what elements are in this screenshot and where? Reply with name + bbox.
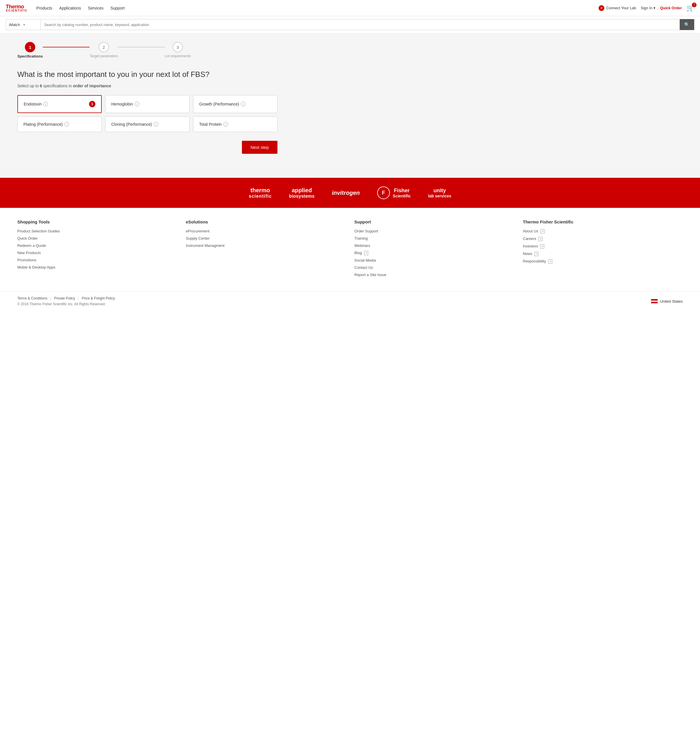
- main-content: 1 Specifications 2 Target parameters 3 L…: [0, 33, 700, 178]
- freight-policy-link[interactable]: Price & Freight Policy: [82, 296, 115, 300]
- external-link-icon: ↗: [364, 251, 368, 255]
- logo-thermo: Thermo: [6, 4, 28, 9]
- footer-link[interactable]: Social Media: [354, 258, 514, 262]
- nav-applications[interactable]: Applications: [59, 6, 81, 10]
- step-1: 1 Specifications: [17, 42, 43, 58]
- external-link-icon: ↗: [534, 252, 538, 256]
- brand-invitrogen[interactable]: invitrogen: [332, 190, 360, 196]
- connect-lab-icon: ⚡: [599, 5, 604, 11]
- step-3-label: Lot requirements: [165, 54, 191, 58]
- brand-fisher-scientific[interactable]: F Fisher Scientific: [377, 187, 411, 199]
- footer-link[interactable]: Quick Order: [17, 236, 177, 240]
- footer-link[interactable]: Training: [354, 236, 514, 240]
- step-3: 3 Lot requirements: [165, 42, 191, 58]
- step-1-circle: 1: [25, 42, 35, 52]
- connect-lab-button[interactable]: ⚡ Connect Your Lab: [599, 5, 636, 11]
- footer-link[interactable]: Contact Us: [354, 265, 514, 270]
- step-2-label: Target parameters: [90, 54, 118, 58]
- step-1-label: Specifications: [17, 54, 43, 58]
- footer-copyright: © 2016 Thermo Fisher Scientific Inc. All…: [17, 302, 115, 306]
- spec-card-total-protein[interactable]: Total Protein i: [193, 116, 278, 132]
- footer-link[interactable]: Order Support: [354, 229, 514, 233]
- spec-card-label: Total Protein i: [199, 122, 228, 127]
- privacy-policy-link[interactable]: Private Policy: [54, 296, 75, 300]
- brand-unity-lab-services[interactable]: unity lab services: [428, 188, 451, 198]
- external-link-icon: ↗: [540, 244, 544, 249]
- footer-legal-links: Terms & Conditions | Private Policy | Pr…: [17, 296, 115, 300]
- info-icon[interactable]: i: [43, 102, 48, 106]
- quick-order-button[interactable]: Quick Order: [660, 6, 682, 10]
- footer-col-esolutions: eSolutions eProcurement Supply Center In…: [186, 219, 346, 280]
- spec-card-hemoglobin[interactable]: Hemoglobin i: [105, 95, 190, 113]
- spec-card-growth[interactable]: Growth (Performance) i: [193, 95, 278, 113]
- footer-col-heading: Thermo Fisher Scientific: [523, 219, 683, 224]
- search-category-select[interactable]: iMatch ▾: [6, 19, 40, 30]
- search-button[interactable]: 🔍: [680, 19, 694, 30]
- footer-link-responsibility[interactable]: Responsibility ↗: [523, 259, 683, 263]
- brand-applied-biosystems[interactable]: applied biosystems: [289, 187, 315, 199]
- info-icon[interactable]: i: [154, 122, 158, 127]
- logo[interactable]: Thermo SCIENTIFIC: [6, 4, 28, 12]
- chevron-down-icon: ▾: [24, 23, 38, 26]
- footer-link[interactable]: Product Selection Guides: [17, 229, 177, 233]
- footer-link-blog[interactable]: Blog ↗: [354, 251, 514, 255]
- step-line-2: [118, 47, 165, 47]
- connect-lab-label: Connect Your Lab: [606, 6, 636, 10]
- footer-brands: thermo scientific applied biosystems inv…: [0, 178, 700, 208]
- spec-card-endotoxin[interactable]: Endotoxin i 1: [17, 95, 102, 113]
- footer-col-thermo-fisher: Thermo Fisher Scientific About Us ↗ Care…: [523, 219, 683, 280]
- footer-link[interactable]: Supply Center: [186, 236, 346, 240]
- terms-conditions-link[interactable]: Terms & Conditions: [17, 296, 47, 300]
- footer-link-careers[interactable]: Careers ↗: [523, 237, 683, 241]
- footer-col-heading: eSolutions: [186, 219, 346, 224]
- step-2: 2 Target parameters: [90, 42, 118, 58]
- question-title: What is the most important to you in you…: [17, 70, 683, 79]
- nav-products[interactable]: Products: [37, 6, 52, 10]
- external-link-icon: ↗: [540, 229, 544, 234]
- separator: |: [78, 296, 79, 300]
- step-indicator: 1 Specifications 2 Target parameters 3 L…: [17, 42, 191, 58]
- next-step-area: Next step: [17, 141, 278, 154]
- step-line-1: [43, 47, 90, 47]
- header-right: ⚡ Connect Your Lab Sign In ▾ Quick Order…: [599, 4, 694, 12]
- footer-link[interactable]: Moble & Desktop Apps: [17, 265, 177, 269]
- search-bar: iMatch ▾ 🔍: [0, 16, 700, 33]
- cart-button[interactable]: 🛒 7: [687, 4, 694, 12]
- sign-in-button[interactable]: Sign In ▾: [641, 6, 656, 10]
- country-label: United States: [660, 299, 683, 303]
- footer-col-support: Support Order Support Training Webinars …: [354, 219, 514, 280]
- brand-thermo-scientific[interactable]: thermo scientific: [249, 187, 272, 199]
- footer-link-report-site-issue[interactable]: Report a Site Issue: [354, 272, 514, 277]
- footer-link-investors[interactable]: Investors ↗: [523, 244, 683, 249]
- info-icon[interactable]: i: [65, 122, 69, 127]
- footer-country[interactable]: United States: [651, 299, 683, 303]
- nav-support[interactable]: Support: [110, 6, 125, 10]
- info-icon[interactable]: i: [241, 102, 246, 106]
- separator: |: [50, 296, 51, 300]
- step-3-circle: 3: [172, 42, 183, 52]
- info-icon[interactable]: i: [135, 102, 139, 106]
- spec-cards-grid: Endotoxin i 1 Hemoglobin i Growth (Perfo…: [17, 95, 278, 132]
- us-flag-icon: [651, 299, 658, 303]
- footer-col-heading: Shopping Tools: [17, 219, 177, 224]
- step-2-circle: 2: [99, 42, 109, 52]
- footer-link[interactable]: Webinars: [354, 243, 514, 248]
- search-input[interactable]: [40, 19, 680, 30]
- footer-link[interactable]: New Products: [17, 251, 177, 255]
- footer-link-about[interactable]: About Us ↗: [523, 229, 683, 234]
- fisher-circle-icon: F: [377, 187, 390, 199]
- search-icon: 🔍: [684, 22, 690, 28]
- footer-link[interactable]: Promotions: [17, 258, 177, 262]
- next-step-button[interactable]: Next step: [242, 141, 278, 154]
- spec-card-plating[interactable]: Plating (Performance) i: [17, 116, 102, 132]
- footer-link[interactable]: Instrument Managment: [186, 243, 346, 248]
- footer-link-news[interactable]: News ↗: [523, 252, 683, 256]
- search-category-value: iMatch: [9, 22, 24, 27]
- external-link-icon: ↗: [548, 259, 552, 263]
- footer-link[interactable]: Redeem a Quote: [17, 243, 177, 248]
- spec-card-cloning[interactable]: Cloning (Performance) i: [105, 116, 190, 132]
- info-icon[interactable]: i: [224, 122, 228, 127]
- nav-services[interactable]: Services: [88, 6, 103, 10]
- spec-card-label: Endotoxin i: [24, 102, 48, 106]
- footer-link[interactable]: eProcurement: [186, 229, 346, 233]
